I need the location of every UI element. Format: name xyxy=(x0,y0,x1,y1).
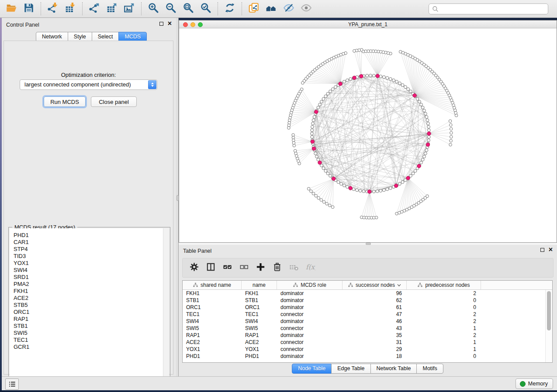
status-bar: Memory xyxy=(2,376,557,390)
svg-text:f(x): f(x) xyxy=(306,263,315,271)
run-mcds-button[interactable]: Run MCDS xyxy=(44,96,86,107)
result-node-item[interactable]: STB1 xyxy=(14,323,169,330)
tab-edge-table[interactable]: Edge Table xyxy=(331,364,370,374)
first-neighbors-button[interactable] xyxy=(263,1,280,16)
result-node-item[interactable]: PMA2 xyxy=(14,281,169,288)
result-node-item[interactable]: ORC1 xyxy=(14,309,169,316)
result-node-item[interactable]: FKH1 xyxy=(14,288,169,295)
table-panel-title: Table Panel xyxy=(183,248,211,254)
table-scrollbar[interactable] xyxy=(545,290,552,362)
network-title: YPA_prune.txt_1 xyxy=(179,21,557,28)
result-node-item[interactable]: TID3 xyxy=(14,253,169,260)
export-image-icon xyxy=(124,2,135,15)
result-node-item[interactable]: PHD1 xyxy=(14,232,169,239)
node-table: shared namenameMCDS rolesuccessor nodesp… xyxy=(182,280,553,363)
float-panel-icon[interactable] xyxy=(159,22,163,26)
column-header-name[interactable]: name xyxy=(242,281,277,289)
cell-successor_nodes: 35 xyxy=(343,332,407,338)
delete-table-button[interactable] xyxy=(289,262,299,274)
cell-shared_name: SWI4 xyxy=(183,318,242,324)
result-node-item[interactable]: TEC1 xyxy=(14,337,169,344)
network-window-titlebar[interactable]: YPA_prune.txt_1 xyxy=(179,21,557,28)
table-row[interactable]: FKH1FKH1dominator962 xyxy=(183,290,552,297)
column-header-predecessor-nodes[interactable]: predecessor nodes xyxy=(407,281,481,289)
table-settings-button[interactable] xyxy=(189,262,199,274)
add-column-button[interactable] xyxy=(256,262,266,274)
open-file-icon xyxy=(6,2,17,15)
app-screen: Control Panel × NetworkStyleSelectMCDS O… xyxy=(0,0,557,392)
cell-mcds_role: dominator xyxy=(277,290,343,296)
column-header-shared-name[interactable]: shared name xyxy=(183,281,242,289)
delete-column-icon xyxy=(272,262,282,274)
result-node-item[interactable]: CAR1 xyxy=(14,239,169,246)
table-row[interactable]: SWI4SWI4dominator462 xyxy=(183,318,552,325)
network-canvas[interactable] xyxy=(179,28,556,242)
delete-column-button[interactable] xyxy=(272,262,282,274)
cell-predecessor_nodes: 1 xyxy=(407,325,481,331)
close-panel-icon[interactable]: × xyxy=(549,248,553,252)
close-panel-icon[interactable]: × xyxy=(168,21,172,26)
result-node-item[interactable]: STP4 xyxy=(14,246,169,253)
import-network-button[interactable] xyxy=(44,1,62,16)
optimization-value: largest connected component (undirected) xyxy=(24,81,131,88)
toolbar-separator xyxy=(82,2,83,15)
result-node-item[interactable]: SWI4 xyxy=(14,267,169,274)
table-row[interactable]: ACE2ACE2connector311 xyxy=(183,339,552,346)
open-file-button[interactable] xyxy=(3,1,20,16)
table-row[interactable]: YOX1YOX1connector291 xyxy=(183,346,552,353)
result-node-item[interactable]: RAP1 xyxy=(14,316,169,323)
search-input[interactable] xyxy=(440,6,548,13)
zoom-fit-button[interactable] xyxy=(180,1,197,16)
export-network-button[interactable] xyxy=(86,1,103,16)
optimization-select[interactable]: largest connected component (undirected) xyxy=(20,79,157,90)
result-scrollbar[interactable] xyxy=(163,228,169,388)
result-node-item[interactable]: SWI5 xyxy=(14,330,169,337)
table-row[interactable]: SWI5SWI5connector431 xyxy=(183,325,552,332)
table-row[interactable]: STB1STB1dominator620 xyxy=(183,297,552,304)
show-all-button[interactable] xyxy=(298,1,315,16)
task-history-button[interactable] xyxy=(5,378,19,390)
table-row[interactable]: ORC1ORC1dominator610 xyxy=(183,304,552,311)
refresh-button[interactable] xyxy=(221,1,239,16)
export-table-button[interactable] xyxy=(103,1,121,16)
float-panel-icon[interactable] xyxy=(540,248,544,252)
result-node-item[interactable]: ACE2 xyxy=(14,295,169,302)
result-node-item[interactable]: YOX1 xyxy=(14,260,169,267)
mcds-result-list[interactable]: PHD1CAR1STP4TID3YOX1SWI4SRD1PMA2FKH1ACE2… xyxy=(10,228,169,388)
export-image-button[interactable] xyxy=(121,1,138,16)
table-row[interactable]: RAP1RAP1dominator352 xyxy=(183,332,552,339)
result-node-item[interactable]: SRD1 xyxy=(14,274,169,281)
hide-selected-button[interactable] xyxy=(280,1,298,16)
hide-selected-icon xyxy=(283,2,294,15)
column-header-MCDS-role[interactable]: MCDS role xyxy=(277,281,343,289)
table-body: FKH1FKH1dominator962STB1STB1dominator620… xyxy=(183,290,552,360)
cell-mcds_role: connector xyxy=(277,346,343,352)
memory-button[interactable]: Memory xyxy=(515,378,553,389)
column-header-successor-nodes[interactable]: successor nodes xyxy=(343,281,407,289)
table-row[interactable]: PHD1PHD1dominator180 xyxy=(183,353,552,360)
result-node-item[interactable]: STB5 xyxy=(14,302,169,309)
tab-network-table[interactable]: Network Table xyxy=(370,364,417,374)
result-node-item[interactable]: GCR1 xyxy=(14,344,169,351)
toggle-columns-button[interactable] xyxy=(206,262,216,274)
tab-node-table[interactable]: Node Table xyxy=(292,364,332,374)
cell-successor_nodes: 61 xyxy=(343,304,407,310)
zoom-out-button[interactable] xyxy=(162,1,180,16)
search-box[interactable] xyxy=(429,3,548,14)
save-session-button[interactable] xyxy=(20,1,38,16)
close-panel-button[interactable]: Close panel xyxy=(91,96,137,107)
unselect-all-button[interactable] xyxy=(239,262,249,274)
duplicate-network-button[interactable] xyxy=(245,1,263,16)
tab-motifs[interactable]: Motifs xyxy=(416,364,443,374)
first-neighbors-icon xyxy=(266,2,277,15)
toolbar-separator xyxy=(218,2,218,15)
zoom-selected-button[interactable] xyxy=(197,1,214,16)
zoom-in-button[interactable] xyxy=(145,1,162,16)
import-table-button[interactable] xyxy=(62,1,79,16)
table-row[interactable]: TEC1TEC1connector472 xyxy=(183,311,552,318)
cell-shared_name: SWI5 xyxy=(183,325,242,331)
select-all-button[interactable] xyxy=(222,262,232,274)
scrollbar-thumb[interactable] xyxy=(547,291,551,330)
cell-predecessor_nodes: 0 xyxy=(407,304,481,310)
function-builder-button[interactable]: f(x) xyxy=(305,262,315,274)
